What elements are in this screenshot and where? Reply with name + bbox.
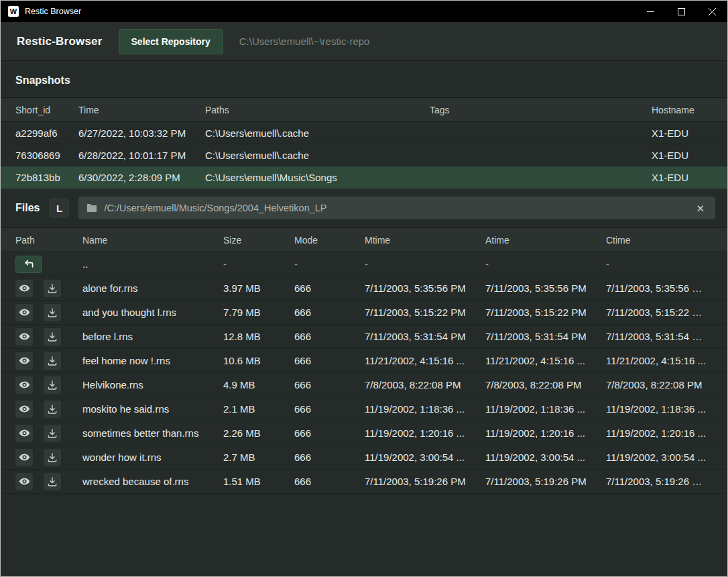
download-file-button[interactable]	[44, 352, 61, 370]
files-col-size[interactable]: Size	[223, 235, 294, 246]
file-row[interactable]: and you thought l.rns 7.79 MB 666 7/11/2…	[1, 301, 727, 325]
files-col-name[interactable]: Name	[82, 235, 223, 246]
snapshot-hostname: X1-EDU	[652, 150, 713, 161]
snapshots-col-paths[interactable]: Paths	[205, 105, 430, 115]
file-mtime: 11/21/2002, 4:15:16 ...	[365, 355, 485, 366]
close-button[interactable]	[696, 1, 727, 22]
header: Restic-Browser Select Repository C:\User…	[1, 22, 727, 61]
go-up-icon	[23, 260, 34, 269]
file-ctime: -	[606, 258, 713, 270]
files-col-path[interactable]: Path	[15, 235, 82, 246]
preview-file-button[interactable]	[15, 376, 33, 394]
clear-path-button[interactable]: ✕	[693, 202, 707, 215]
file-ctime: 7/11/2003, 5:35:56 PM	[606, 282, 713, 294]
minimize-button[interactable]	[635, 1, 666, 22]
file-atime: 7/11/2003, 5:19:26 PM	[485, 476, 606, 487]
files-col-mode[interactable]: Mode	[294, 235, 365, 246]
snapshot-hostname: X1-EDU	[652, 127, 713, 139]
file-row[interactable]: alone for.rns 3.97 MB 666 7/11/2003, 5:3…	[1, 276, 727, 301]
snapshot-row-selected[interactable]: 72b813bb 6/30/2022, 2:28:09 PM C:\Users\…	[1, 166, 727, 189]
folder-icon	[86, 203, 97, 213]
file-name: sometimes better than.rns	[82, 427, 223, 439]
files-section-bar: Files L /C:/Users/emuell/Music/Songs/200…	[1, 189, 727, 227]
file-mtime: 7/8/2003, 8:22:08 PM	[365, 379, 485, 390]
file-atime: 7/11/2003, 5:31:54 PM	[485, 331, 606, 342]
download-file-button[interactable]	[44, 376, 61, 394]
download-file-button[interactable]	[44, 425, 61, 442]
snapshots-col-short-id[interactable]: Short_id	[15, 105, 78, 115]
file-ctime: 11/21/2002, 4:15:16 ...	[606, 355, 713, 366]
file-mode: 666	[294, 282, 365, 294]
files-col-ctime[interactable]: Ctime	[606, 235, 713, 246]
minimize-icon	[647, 8, 654, 15]
select-repository-button[interactable]: Select Repository	[119, 29, 223, 54]
file-row-parent[interactable]: .. - - - - -	[1, 252, 727, 276]
preview-file-button[interactable]	[15, 280, 33, 297]
snapshots-col-tags[interactable]: Tags	[430, 105, 652, 115]
maximize-icon	[678, 8, 685, 15]
eye-icon	[19, 355, 30, 366]
download-icon	[47, 404, 58, 415]
file-size: 10.6 MB	[223, 355, 294, 366]
snapshots-col-time[interactable]: Time	[78, 105, 205, 115]
download-file-button[interactable]	[44, 280, 61, 297]
file-name: wrecked because of.rns	[82, 476, 223, 487]
file-mtime: 7/11/2003, 5:31:54 PM	[365, 331, 485, 342]
file-name: Helvikone.rns	[82, 379, 223, 390]
snapshot-short-id: 76306869	[15, 150, 78, 161]
file-name: wonder how it.rns	[82, 452, 223, 463]
download-file-button[interactable]	[44, 304, 61, 321]
preview-file-button[interactable]	[15, 449, 33, 466]
maximize-button[interactable]	[666, 1, 696, 22]
file-atime: 7/11/2003, 5:35:56 PM	[485, 282, 606, 294]
parent-directory-button[interactable]	[15, 256, 42, 273]
download-file-button[interactable]	[44, 401, 61, 418]
download-icon	[47, 452, 58, 463]
file-mtime: 11/19/2002, 1:18:36 ...	[365, 403, 485, 415]
window-controls	[635, 1, 727, 22]
preview-file-button[interactable]	[15, 328, 33, 346]
snapshot-row[interactable]: a2299af6 6/27/2022, 10:03:32 PM C:\Users…	[1, 122, 727, 144]
preview-file-button[interactable]	[15, 401, 33, 418]
file-row[interactable]: sometimes better than.rns 2.26 MB 666 11…	[1, 421, 727, 445]
file-row[interactable]: before l.rns 12.8 MB 666 7/11/2003, 5:31…	[1, 325, 727, 349]
file-atime: 11/19/2002, 3:00:54 ...	[485, 452, 606, 463]
files-col-atime[interactable]: Atime	[485, 235, 606, 246]
file-atime: -	[485, 258, 606, 270]
file-size: -	[223, 258, 294, 270]
snapshots-table-header: Short_id Time Paths Tags Hostname	[1, 97, 727, 122]
download-file-button[interactable]	[44, 449, 61, 466]
files-table-header: Path Name Size Mode Mtime Atime Ctime	[1, 227, 727, 252]
file-atime: 11/21/2002, 4:15:16 ...	[485, 355, 606, 366]
file-row[interactable]: feel home now !.rns 10.6 MB 666 11/21/20…	[1, 349, 727, 373]
preview-file-button[interactable]	[15, 425, 33, 442]
file-row[interactable]: Helvikone.rns 4.9 MB 666 7/8/2003, 8:22:…	[1, 373, 727, 397]
eye-icon	[19, 427, 30, 439]
file-size: 7.79 MB	[223, 307, 294, 318]
list-mode-button[interactable]: L	[49, 198, 69, 218]
snapshots-col-hostname[interactable]: Hostname	[652, 105, 713, 115]
download-file-button[interactable]	[44, 473, 61, 490]
snapshot-time: 6/30/2022, 2:28:09 PM	[78, 172, 205, 183]
file-row[interactable]: wrecked because of.rns 1.51 MB 666 7/11/…	[1, 470, 727, 494]
file-atime: 7/11/2003, 5:15:22 PM	[485, 307, 606, 318]
file-mode: 666	[294, 379, 365, 390]
file-ctime: 7/11/2003, 5:31:54 PM	[606, 331, 713, 342]
download-file-button[interactable]	[44, 328, 61, 346]
files-col-mtime[interactable]: Mtime	[365, 235, 485, 246]
file-row[interactable]: wonder how it.rns 2.7 MB 666 11/19/2002,…	[1, 445, 727, 470]
file-mtime: 7/11/2003, 5:15:22 PM	[365, 307, 485, 318]
file-ctime: 11/19/2002, 1:18:36 ...	[606, 403, 713, 415]
preview-file-button[interactable]	[15, 304, 33, 321]
snapshot-paths: C:\Users\emuell\Music\Songs	[205, 172, 430, 183]
file-name: ..	[82, 258, 223, 270]
preview-file-button[interactable]	[15, 352, 33, 370]
preview-file-button[interactable]	[15, 473, 33, 490]
snapshot-row[interactable]: 76306869 6/28/2022, 10:01:17 PM C:\Users…	[1, 144, 727, 166]
download-icon	[47, 380, 58, 390]
file-path-bar[interactable]: /C:/Users/emuell/Music/Songs/2004_Helvet…	[78, 197, 715, 219]
file-size: 3.97 MB	[223, 282, 294, 294]
file-row[interactable]: moskito he said.rns 2.1 MB 666 11/19/200…	[1, 397, 727, 421]
file-ctime: 11/19/2002, 3:00:54 ...	[606, 452, 713, 463]
eye-icon	[19, 476, 30, 487]
